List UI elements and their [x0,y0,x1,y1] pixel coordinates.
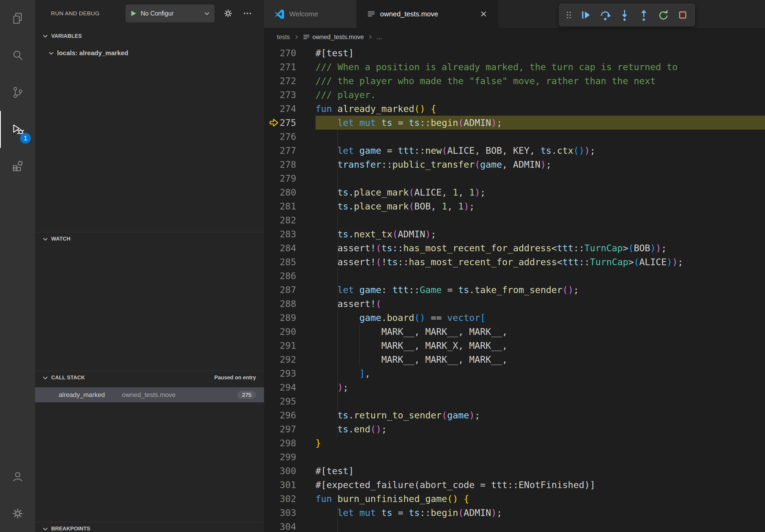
code-line-content[interactable]: #[test] [316,464,765,478]
code-line-content[interactable]: ); [316,381,765,394]
line-number[interactable]: 289 [264,311,316,325]
code-line-294[interactable]: 294 ); [264,381,765,394]
code-line-284[interactable]: 284 assert!(ts::has_most_recent_for_addr… [264,241,765,255]
line-number[interactable]: 283 [264,227,316,241]
breadcrumb-symbol-placeholder[interactable]: ... [377,34,382,41]
continue-button[interactable] [578,7,593,23]
code-line-content[interactable] [316,520,765,532]
line-number[interactable]: 274 [264,102,316,116]
line-number[interactable]: 276 [264,130,316,143]
code-line-content[interactable] [316,450,765,464]
code-line-293[interactable]: 293 ], [264,367,765,381]
code-line-content[interactable]: MARK__, MARK_X, MARK__, [316,339,765,353]
code-line-274[interactable]: 274fun already_marked() { [264,102,765,116]
code-line-273[interactable]: 273/// player. [264,88,765,102]
more-actions-icon[interactable] [239,0,256,27]
breakpoints-section-header[interactable]: BREAKPOINTS [35,522,264,532]
line-number[interactable]: 294 [264,381,316,394]
breadcrumb-file[interactable]: owned_tests.move [303,34,364,41]
code-line-content[interactable] [316,394,765,408]
line-number[interactable]: 302 [264,492,316,506]
extensions-icon[interactable] [0,148,35,185]
breadcrumb-folder[interactable]: tests [277,34,290,41]
code-line-295[interactable]: 295 [264,394,765,408]
line-number[interactable]: 286 [264,269,316,283]
line-number[interactable]: 275 [264,116,316,130]
code-line-content[interactable]: ts.end(); [316,422,765,436]
call-stack-section-header[interactable]: CALL STACK Paused on entry [35,371,264,384]
code-line-298[interactable]: 298} [264,436,765,450]
code-line-287[interactable]: 287 let game: ttt::Game = ts.take_from_s… [264,283,765,297]
code-line-content[interactable]: fun already_marked() { [316,102,765,116]
launch-settings-gear-icon[interactable] [220,0,236,27]
code-line-272[interactable]: 272/// the player who made the "false" m… [264,74,765,88]
line-number[interactable]: 301 [264,478,316,492]
code-line-282[interactable]: 282 [264,213,765,227]
code-editor[interactable]: 270#[test]271/// When a position is alre… [264,46,765,532]
code-line-content[interactable] [316,171,765,185]
toolbar-drag-handle[interactable] [563,7,574,23]
code-line-286[interactable]: 286 [264,269,765,283]
line-number[interactable]: 303 [264,506,316,520]
code-line-303[interactable]: 303 let mut ts = ts::begin(ADMIN); [264,506,765,520]
line-number[interactable]: 287 [264,283,316,297]
line-number[interactable]: 297 [264,422,316,436]
code-line-279[interactable]: 279 [264,171,765,185]
line-number[interactable]: 272 [264,74,316,88]
code-line-content[interactable]: assert!(!ts::has_most_recent_for_address… [316,255,765,269]
run-and-debug-icon[interactable]: 1 [0,111,35,148]
code-line-296[interactable]: 296 ts.return_to_sender(game); [264,408,765,422]
code-line-292[interactable]: 292 MARK__, MARK__, MARK__, [264,353,765,367]
code-line-302[interactable]: 302fun burn_unfinished_game() { [264,492,765,506]
search-icon[interactable] [0,37,35,74]
code-line-content[interactable]: game.board() == vector[ [316,311,765,325]
line-number[interactable]: 285 [264,255,316,269]
watch-section-header[interactable]: WATCH [35,232,264,245]
code-line-content[interactable]: transfer::public_transfer(game, ADMIN); [316,157,765,171]
code-line-271[interactable]: 271/// When a position is already marked… [264,60,765,74]
line-number[interactable]: 300 [264,464,316,478]
code-line-content[interactable]: ], [316,367,765,381]
stop-button[interactable] [675,7,690,23]
locals-scope-row[interactable]: locals: already_marked [35,46,264,60]
code-line-content[interactable]: fun burn_unfinished_game() { [316,492,765,506]
code-line-content[interactable]: /// player. [316,88,765,102]
code-line-270[interactable]: 270#[test] [264,46,765,60]
line-number[interactable]: 278 [264,157,316,171]
line-number[interactable]: 291 [264,339,316,353]
code-line-content[interactable]: /// the player who made the "false" move… [316,74,765,88]
line-number[interactable]: 288 [264,297,316,311]
code-line-300[interactable]: 300#[test] [264,464,765,478]
code-line-276[interactable]: 276 [264,130,765,143]
code-line-299[interactable]: 299 [264,450,765,464]
variables-section-header[interactable]: VARIABLES [35,30,264,42]
code-line-content[interactable]: ts.place_mark(ALICE, 1, 1); [316,185,765,199]
code-line-content[interactable]: assert!( [316,297,765,311]
code-line-content[interactable]: MARK__, MARK__, MARK__, [316,325,765,339]
close-tab-icon[interactable] [479,10,487,18]
source-control-icon[interactable] [0,74,35,111]
restart-button[interactable] [656,7,671,23]
debug-config-dropdown[interactable]: No Configur [125,4,215,23]
code-line-content[interactable]: assert!(ts::has_most_recent_for_address<… [316,241,765,255]
line-number[interactable]: 281 [264,199,316,213]
line-number[interactable]: 284 [264,241,316,255]
code-line-content[interactable]: ts.return_to_sender(game); [316,408,765,422]
code-line-304[interactable]: 304 [264,520,765,532]
code-line-288[interactable]: 288 assert!( [264,297,765,311]
code-line-291[interactable]: 291 MARK__, MARK_X, MARK__, [264,339,765,353]
code-line-content[interactable]: let game: ttt::Game = ts.take_from_sende… [316,283,765,297]
call-stack-frame-row[interactable]: already_marked owned_tests.move 275 [35,387,264,402]
code-line-297[interactable]: 297 ts.end(); [264,422,765,436]
line-number[interactable]: 292 [264,353,316,367]
code-line-content[interactable]: let mut ts = ts::begin(ADMIN); [316,116,765,130]
code-line-content[interactable]: MARK__, MARK__, MARK__, [316,353,765,367]
code-line-290[interactable]: 290 MARK__, MARK__, MARK__, [264,325,765,339]
line-number[interactable]: 295 [264,394,316,408]
line-number[interactable]: 271 [264,60,316,74]
code-line-content[interactable] [316,213,765,227]
code-line-283[interactable]: 283 ts.next_tx(ADMIN); [264,227,765,241]
code-line-275[interactable]: 275 let mut ts = ts::begin(ADMIN); [264,116,765,130]
line-number[interactable]: 277 [264,143,316,157]
line-number[interactable]: 293 [264,367,316,381]
